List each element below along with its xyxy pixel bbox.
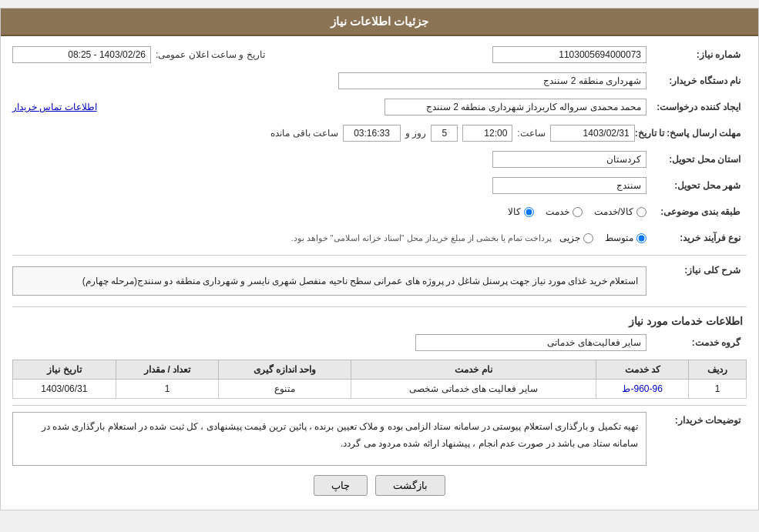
buyer-notes-label: توضیحات خریدار: — [646, 412, 747, 426]
services-section-title: اطلاعات خدمات مورد نیاز — [12, 315, 747, 327]
category-option-khadamat[interactable]: خدمت — [546, 206, 583, 217]
back-button[interactable]: بازگشت — [375, 475, 445, 496]
city-value: سنندج — [492, 177, 646, 194]
page-title: جزئیات اطلاعات نیاز — [331, 15, 428, 28]
contact-link[interactable]: اطلاعات تماس خریدار — [12, 102, 97, 112]
purchase-type-radio-group: متوسط جزیی — [559, 233, 646, 243]
page-header: جزئیات اطلاعات نیاز — [1, 8, 758, 36]
print-button[interactable]: چاپ — [314, 475, 368, 496]
need-number-label: شماره نیاز: — [646, 49, 747, 60]
general-desc-label: شرح کلی نیاز: — [646, 262, 747, 276]
deadline-time-label: ساعت: — [517, 128, 545, 139]
cell-row: 1 — [689, 380, 747, 399]
date-announce-value: 1403/02/26 - 08:25 — [12, 46, 151, 63]
purchase-type-mottavas[interactable]: متوسط — [605, 233, 646, 243]
services-table: ردیف کد خدمت نام خدمت واحد اندازه گیری ت… — [12, 360, 747, 399]
col-qty: تعداد / مقدار — [116, 360, 219, 380]
province-value: کردستان — [492, 151, 646, 168]
buyer-org-value: شهرداری منطقه 2 سنندج — [338, 72, 646, 89]
col-name: نام خدمت — [351, 360, 596, 380]
col-code: کد خدمت — [596, 360, 688, 380]
cell-code: 960-96-ط — [596, 380, 688, 399]
buyer-notes-value: تهیه تکمیل و بارگذاری استعلام پیوستی در … — [12, 412, 646, 466]
category-option-kala[interactable]: کالا — [508, 206, 534, 217]
deadline-date: 1403/02/31 — [550, 125, 635, 142]
col-date: تاریخ نیاز — [13, 360, 116, 380]
deadline-remain: 03:16:33 — [343, 125, 401, 142]
deadline-time: 12:00 — [462, 125, 512, 142]
deadline-days: 5 — [431, 125, 458, 142]
purchase-type-note: پرداخت تمام یا بخشی از مبلغ خریداز محل "… — [291, 233, 552, 243]
category-option-kala-khadamat[interactable]: کالا/خدمت — [594, 206, 646, 217]
purchase-type-label: نوع فرآیند خرید: — [646, 233, 747, 243]
button-row: بازگشت چاپ — [12, 475, 747, 496]
need-number-value: 1103005694000073 — [492, 46, 646, 63]
deadline-label: مهلت ارسال پاسخ: تا تاریخ: — [635, 128, 747, 139]
province-label: استان محل تحویل: — [646, 154, 747, 165]
category-radio-group: کالا/خدمت خدمت کالا — [508, 206, 646, 217]
creator-value: محمد محمدی سرواله کاربرداز شهرداری منطقه… — [385, 99, 646, 115]
general-desc-value: استعلام خرید غذای مورد نیاز جهت پرسنل شا… — [12, 266, 646, 296]
service-group-value: سایر فعالیت‌های خدماتی — [415, 334, 646, 351]
col-unit: واحد اندازه گیری — [219, 360, 351, 380]
col-row: ردیف — [689, 360, 747, 380]
deadline-days-label: روز و — [405, 128, 426, 139]
cell-unit: متنوع — [219, 380, 351, 399]
cell-date: 1403/06/31 — [13, 380, 116, 399]
service-group-label: گروه خدمت: — [646, 337, 747, 348]
date-announce-label: تاریخ و ساعت اعلان عمومی: — [156, 49, 265, 60]
category-label: طبقه بندی موضوعی: — [646, 206, 747, 217]
table-row: 1960-96-طسایر فعالیت های خدماتی شخصیمتنو… — [13, 380, 747, 399]
cell-qty: 1 — [116, 380, 219, 399]
deadline-remain-label: ساعت باقی مانده — [270, 128, 338, 139]
city-label: شهر محل تحویل: — [646, 180, 747, 191]
buyer-org-label: نام دستگاه خریدار: — [646, 75, 747, 86]
creator-label: ایجاد کننده درخواست: — [646, 102, 747, 112]
purchase-type-jozi[interactable]: جزیی — [559, 233, 593, 243]
cell-name: سایر فعالیت های خدماتی شخصی — [351, 380, 596, 399]
